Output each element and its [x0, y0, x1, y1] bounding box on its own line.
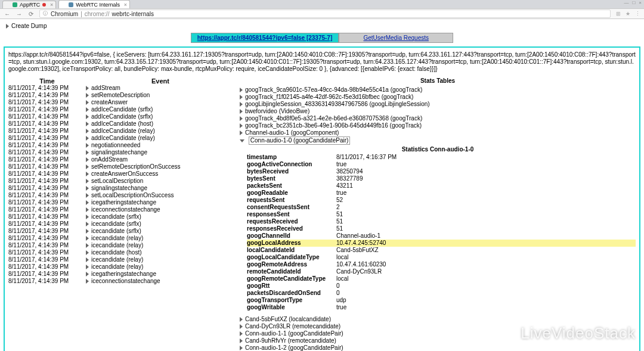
stats-key: remoteCandidateId: [247, 268, 336, 275]
stats-value: 0: [336, 290, 636, 297]
triangle-right-icon: [86, 243, 89, 248]
site-info-icon[interactable]: ⓘ: [42, 11, 48, 17]
event-row[interactable]: 8/11/2017, 4:14:39 PMsignalingstatechang…: [8, 185, 235, 192]
event-row[interactable]: 8/11/2017, 4:14:39 PMsetLocalDescription…: [8, 192, 235, 199]
event-row[interactable]: 8/11/2017, 4:14:39 PMcreateAnswer: [8, 99, 235, 106]
pc-configuration-text: https://appr.tc/r/840581544?ipv6=false, …: [8, 51, 636, 73]
stats-key: bytesReceived: [247, 168, 336, 175]
triangle-right-icon: [240, 331, 243, 336]
event-name: icecandidate (srflx): [86, 220, 235, 228]
stats-value: 8/11/2017, 4:16:37 PM: [336, 154, 636, 161]
stats-kv-row: responsesSent51: [247, 211, 636, 218]
peerconnection-tabs: https://appr.tc/r/840581544?ipv6=false […: [4, 33, 640, 43]
event-row[interactable]: 8/11/2017, 4:14:39 PMicegatheringstatech…: [8, 271, 235, 278]
window-max-button[interactable]: □: [632, 0, 635, 5]
reload-button[interactable]: ⟳: [27, 11, 35, 17]
event-row[interactable]: 8/11/2017, 4:14:39 PMiceconnectionstatec…: [8, 206, 235, 213]
event-name: addIceCandidate (srflx): [86, 106, 235, 113]
stats-key: timestamp: [247, 154, 336, 161]
tab-close-icon[interactable]: ×: [50, 2, 53, 8]
stats-group[interactable]: googLibjingleSession_4833631493847967586…: [240, 101, 636, 108]
triangle-right-icon: [86, 164, 89, 169]
event-row[interactable]: 8/11/2017, 4:14:39 PMicecandidate (relay…: [8, 256, 235, 263]
stats-value: Cand-5sbFutXZ: [336, 247, 636, 254]
triangle-right-icon: [240, 88, 243, 92]
triangle-right-icon: [240, 317, 243, 322]
event-row[interactable]: 8/11/2017, 4:14:39 PMiceconnectionstatec…: [8, 278, 235, 285]
stats-value: 51: [336, 218, 636, 225]
event-row[interactable]: 8/11/2017, 4:14:39 PMsetRemoteDescriptio…: [8, 92, 235, 99]
event-name: iceconnectionstatechange: [86, 278, 235, 285]
create-dump-expander[interactable]: Create Dump: [6, 23, 640, 29]
event-row[interactable]: 8/11/2017, 4:14:39 PMaddIceCandidate (sr…: [8, 113, 235, 120]
stats-group-expanded[interactable]: Conn-audio-1-0 (googCandidatePair): [240, 136, 636, 145]
window-min-button[interactable]: —: [624, 0, 628, 5]
triangle-right-icon: [86, 93, 89, 98]
stats-key: googRtt: [247, 282, 336, 290]
event-row[interactable]: 8/11/2017, 4:14:39 PMaddIceCandidate (sr…: [8, 106, 235, 113]
events-header-event: Event: [86, 77, 235, 85]
event-row[interactable]: 8/11/2017, 4:14:39 PMsetLocalDescription: [8, 178, 235, 185]
getusermedia-tab[interactable]: GetUserMedia Requests: [339, 33, 453, 43]
browser-tab-apprtc[interactable]: AppRTC ×: [2, 1, 56, 8]
stats-kv-row: googChannelIdChannel-audio-1: [247, 232, 636, 240]
stats-group[interactable]: Channel-audio-1 (googComponent): [240, 129, 636, 136]
events-header-time: Time: [8, 77, 86, 85]
stats-kv-row: googWritabletrue: [247, 304, 636, 311]
stats-key: googRemoteAddress: [247, 261, 336, 268]
event-time: 8/11/2017, 4:14:39 PM: [8, 213, 86, 220]
event-row[interactable]: 8/11/2017, 4:14:39 PMonAddStream: [8, 156, 235, 163]
window-controls: — □ ×: [624, 0, 642, 5]
event-row[interactable]: 8/11/2017, 4:14:39 PMsetRemoteDescriptio…: [8, 163, 235, 170]
event-row[interactable]: 8/11/2017, 4:14:39 PMicecandidate (srflx…: [8, 213, 235, 220]
event-row[interactable]: 8/11/2017, 4:14:39 PMicegatheringstatech…: [8, 199, 235, 206]
peerconnection-tab-selected[interactable]: https://appr.tc/r/840581544?ipv6=false […: [191, 33, 339, 43]
back-button[interactable]: ←: [4, 11, 11, 17]
event-name: createAnswer: [86, 99, 235, 106]
event-time: 8/11/2017, 4:14:39 PM: [8, 149, 86, 156]
event-row[interactable]: 8/11/2017, 4:14:39 PMicecandidate (relay…: [8, 242, 235, 249]
triangle-right-icon: [86, 250, 89, 255]
event-row[interactable]: 8/11/2017, 4:14:39 PMaddStream: [8, 85, 235, 92]
event-name: addStream: [86, 85, 235, 92]
stats-kv-row: timestamp8/11/2017, 4:16:37 PM: [247, 154, 636, 161]
browser-tab-webrtc-internals[interactable]: WebRTC Internals ×: [58, 0, 130, 8]
event-name: addIceCandidate (relay): [86, 135, 235, 142]
stats-group[interactable]: Cand-5sbFutXZ (localcandidate): [240, 316, 636, 323]
event-row[interactable]: 8/11/2017, 4:14:39 PMicecandidate (srflx…: [8, 220, 235, 228]
event-time: 8/11/2017, 4:14:39 PM: [8, 128, 86, 135]
stats-key: googLocalAddress: [247, 240, 336, 247]
event-row[interactable]: 8/11/2017, 4:14:39 PMsignalingstatechang…: [8, 149, 235, 156]
address-bar[interactable]: ⓘ Chromium | chrome://webrtc-internals: [39, 10, 611, 18]
event-row[interactable]: 8/11/2017, 4:14:39 PMicecandidate (relay…: [8, 263, 235, 271]
event-row[interactable]: 8/11/2017, 4:14:39 PMicecandidate (srflx…: [8, 228, 235, 235]
event-time: 8/11/2017, 4:14:39 PM: [8, 206, 86, 213]
event-time: 8/11/2017, 4:14:39 PM: [8, 135, 86, 142]
stats-group[interactable]: googTrack_9ca9601c-57ea-49cc-94da-98b94e…: [240, 86, 636, 94]
stats-key: localCandidateId: [247, 247, 336, 254]
stats-group[interactable]: googTrack_f1f02145-a4fe-42df-962c-f5e3d1…: [240, 94, 636, 101]
bookmark-icon[interactable]: ★: [625, 11, 631, 17]
forward-button[interactable]: →: [16, 11, 23, 17]
menu-icon[interactable]: ⋮: [634, 11, 640, 17]
triangle-right-icon: [86, 193, 89, 198]
event-row[interactable]: 8/11/2017, 4:14:39 PMicecandidate (relay…: [8, 235, 235, 242]
event-row[interactable]: 8/11/2017, 4:14:39 PMaddIceCandidate (re…: [8, 128, 235, 135]
tab-close-icon[interactable]: ×: [124, 2, 127, 8]
stats-group[interactable]: bweforvideo (VideoBwe): [240, 108, 636, 115]
event-time: 8/11/2017, 4:14:39 PM: [8, 113, 86, 120]
event-row[interactable]: 8/11/2017, 4:14:39 PMaddIceCandidate (re…: [8, 135, 235, 142]
stats-value: 2: [336, 204, 636, 211]
event-row[interactable]: 8/11/2017, 4:14:39 PMaddIceCandidate (ho…: [8, 120, 235, 128]
event-row[interactable]: 8/11/2017, 4:14:39 PMcreateAnswerOnSucce…: [8, 170, 235, 178]
stats-group[interactable]: googTrack_4bd8f0e5-a321-4e2e-b6ed-e36087…: [240, 115, 636, 122]
window-close-button[interactable]: ×: [639, 0, 642, 5]
stats-group[interactable]: googTrack_bc2351cb-3be6-49e1-906b-645dd4…: [240, 122, 636, 129]
event-time: 8/11/2017, 4:14:39 PM: [8, 163, 86, 170]
stats-key: googActiveConnection: [247, 161, 336, 168]
event-row[interactable]: 8/11/2017, 4:14:39 PMnegotiationneeded: [8, 142, 235, 149]
stats-key: requestsSent: [247, 197, 336, 204]
event-row[interactable]: 8/11/2017, 4:14:39 PMicecandidate (host): [8, 249, 235, 256]
extension-icon[interactable]: ⊞: [615, 11, 621, 17]
stats-group[interactable]: Conn-audio-1-2 (googCandidatePair): [240, 344, 636, 351]
